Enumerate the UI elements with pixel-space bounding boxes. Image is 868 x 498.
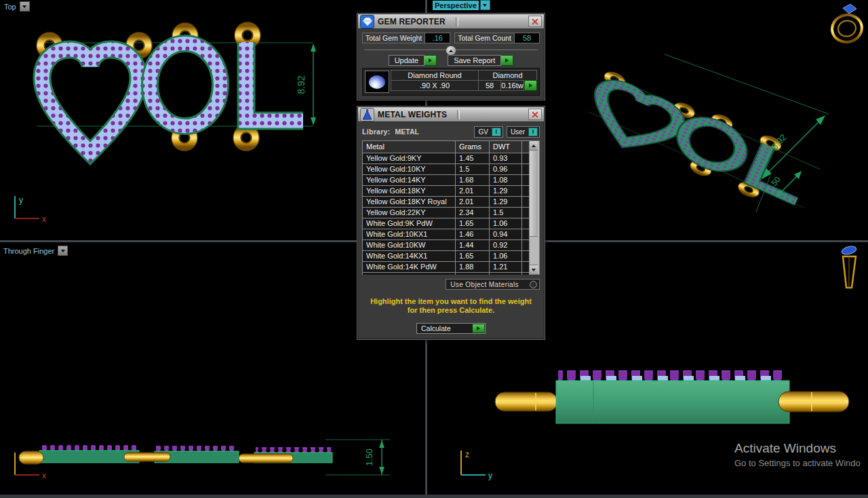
cell-grams: 1.44 bbox=[456, 240, 490, 250]
metal-table-row[interactable]: White Gold:14K PdW 1.88 1.21 bbox=[363, 262, 529, 273]
cell-spacer bbox=[522, 218, 529, 229]
metal-table-row[interactable]: Yellow Gold:10KY 1.5 0.96 bbox=[363, 164, 529, 175]
table-scrollbar[interactable] bbox=[530, 140, 540, 275]
update-go-button[interactable] bbox=[425, 55, 437, 66]
total-gem-weight-label: Total Gem Weight bbox=[362, 33, 425, 43]
collapse-panel-button[interactable] bbox=[446, 45, 456, 56]
total-gem-count-value: 58 bbox=[514, 33, 540, 43]
cell-grams: 1.88 bbox=[456, 262, 490, 272]
cell-grams: 2.01 bbox=[456, 186, 490, 196]
scroll-down-button[interactable] bbox=[530, 265, 538, 274]
cell-dwt: 1.06 bbox=[490, 251, 522, 261]
viewport-through-finger-header: Through Finger bbox=[1, 246, 68, 256]
column-metal: Metal bbox=[363, 141, 456, 153]
cell-grams: 1.46 bbox=[456, 229, 490, 240]
metal-table-row[interactable]: Yellow Gold:9KY 1.45 0.93 bbox=[363, 153, 529, 164]
metal-weights-title: METAL WEIGHTS bbox=[378, 110, 447, 119]
metal-weights-titlebar[interactable]: METAL WEIGHTS bbox=[358, 107, 544, 122]
gem-reporter-buttons: Update Save Report bbox=[362, 55, 540, 66]
cell-metal: Yellow Gold:18KY bbox=[363, 186, 456, 196]
metal-table-row[interactable]: White Gold:10KW 1.44 0.92 bbox=[363, 240, 529, 251]
metal-table-row[interactable]: White Gold:14KX1 1.65 1.06 bbox=[363, 251, 529, 262]
play-icon bbox=[505, 58, 509, 62]
cell-metal: White Gold:14KW bbox=[363, 273, 456, 275]
hint-line-2: for then press Calculate. bbox=[362, 306, 540, 315]
gem-reporter-close-button[interactable] bbox=[528, 16, 542, 27]
play-icon bbox=[529, 83, 532, 88]
pendant-front-view bbox=[495, 370, 849, 423]
axis-x-label: x bbox=[42, 214, 46, 224]
metal-table-row[interactable]: Yellow Gold:14KY 1.68 1.08 bbox=[363, 175, 529, 186]
library-value: METAL bbox=[395, 128, 419, 136]
update-button[interactable]: Update bbox=[389, 55, 437, 66]
metal-table-row[interactable]: Yellow Gold:18KY Royal 2.01 1.29 bbox=[363, 197, 529, 208]
metal-weights-body: Library: METAL GV I User I Metal Grams D… bbox=[358, 122, 544, 339]
play-icon bbox=[429, 58, 432, 62]
cell-dwt: 1.06 bbox=[490, 218, 522, 229]
cell-metal: Yellow Gold:10KY bbox=[363, 164, 456, 174]
axis-front-viewport: z y bbox=[461, 450, 492, 480]
metal-table-row[interactable]: White Gold:10KX1 1.46 0.94 bbox=[363, 229, 529, 240]
scrollbar-thumb[interactable] bbox=[530, 151, 538, 237]
dropdown-circle-icon bbox=[530, 281, 537, 288]
chevron-down-icon bbox=[22, 5, 26, 8]
scroll-up-button[interactable] bbox=[530, 141, 538, 151]
cell-grams: 1.87 bbox=[456, 273, 490, 275]
total-gem-count-label: Total Gem Count bbox=[454, 33, 514, 43]
cell-metal: White Gold:14KX1 bbox=[363, 251, 456, 261]
gem-info-value-row: .90 X .90 58 0.16tw bbox=[391, 81, 537, 91]
calculate-hint: Highlight the item you want to find the … bbox=[362, 297, 540, 315]
calculate-button-label: Calculate bbox=[417, 324, 473, 333]
cell-dwt: 1.21 bbox=[490, 262, 522, 272]
viewport-perspective-dropdown[interactable] bbox=[480, 0, 490, 10]
watermark-subtitle: Go to Settings to activate Windo bbox=[734, 458, 861, 468]
gem-reporter-panel: GEM REPORTER Total Gem Weight .16 Total … bbox=[357, 14, 545, 100]
metal-table-row[interactable]: Yellow Gold:18KY 2.01 1.29 bbox=[363, 186, 529, 197]
metal-table-body: Yellow Gold:9KY 1.45 0.93 Yellow Gold:10… bbox=[363, 153, 529, 275]
hint-line-1: Highlight the item you want to find the … bbox=[362, 297, 540, 306]
viewport-top-header: Top bbox=[2, 1, 30, 12]
gv-toggle-state: I bbox=[492, 128, 501, 136]
save-report-go-button[interactable] bbox=[501, 55, 513, 66]
scroll-down-icon bbox=[532, 269, 536, 271]
user-toggle-button[interactable]: User I bbox=[507, 126, 540, 138]
chevron-down-icon bbox=[483, 4, 487, 7]
use-object-materials-dropdown[interactable]: Use Object Materials bbox=[446, 279, 540, 290]
axis-z-label: z bbox=[465, 450, 469, 459]
metal-weights-close-button[interactable] bbox=[528, 109, 542, 120]
viewport-top-dropdown[interactable] bbox=[20, 1, 30, 12]
pendant-perspective-view: 8.92 .50 bbox=[583, 54, 829, 220]
calculate-button[interactable]: Calculate bbox=[416, 323, 486, 334]
gem-totals-row: Total Gem Weight .16 Total Gem Count 58 bbox=[362, 33, 540, 43]
save-report-button[interactable]: Save Report bbox=[448, 55, 513, 66]
axis-z-label: z bbox=[19, 452, 23, 461]
gem-info-header-row: Diamond Round Diamond bbox=[391, 71, 537, 81]
viewport-through-finger-label[interactable]: Through Finger bbox=[1, 246, 56, 256]
gem-row-go-button[interactable] bbox=[524, 80, 537, 91]
viewport-perspective-label[interactable]: Perspective bbox=[433, 1, 479, 10]
gem-report-row[interactable]: Diamond Round Diamond .90 X .90 58 0.16t… bbox=[362, 68, 540, 96]
metal-weights-panel: METAL WEIGHTS Library: METAL GV I User I bbox=[357, 107, 545, 339]
metal-table-row[interactable]: White Gold:9K PdW 1.65 1.06 bbox=[363, 218, 529, 229]
scroll-up-icon bbox=[532, 145, 536, 147]
cell-grams: 2.01 bbox=[456, 197, 490, 207]
window-bottom-edge bbox=[0, 495, 868, 498]
cell-spacer bbox=[522, 273, 529, 275]
gv-toggle-button[interactable]: GV I bbox=[474, 126, 502, 138]
gem-thumbnail bbox=[365, 71, 389, 93]
metal-table-row[interactable]: Yellow Gold:22KY 2.34 1.5 bbox=[363, 208, 529, 218]
column-grams: Grams bbox=[456, 141, 490, 153]
metal-table-row[interactable]: White Gold:14KW 1.87 1.2 bbox=[363, 273, 529, 275]
viewport-through-finger-dropdown[interactable] bbox=[58, 246, 68, 256]
cell-metal: White Gold:10KX1 bbox=[363, 229, 456, 240]
dimension-height-label: 8.92 bbox=[296, 75, 307, 94]
cell-dwt: 0.93 bbox=[490, 153, 522, 164]
ring-icon-side bbox=[841, 245, 857, 288]
axis-y-label: y bbox=[488, 471, 492, 480]
axis-y-label: y bbox=[19, 195, 23, 205]
calculate-go-button[interactable] bbox=[473, 324, 485, 333]
gem-reporter-titlebar[interactable]: GEM REPORTER bbox=[358, 14, 544, 29]
cell-metal: Yellow Gold:18KY Royal bbox=[363, 197, 456, 207]
viewport-top-label[interactable]: Top bbox=[2, 2, 18, 12]
cell-dwt: 1.5 bbox=[490, 208, 522, 218]
